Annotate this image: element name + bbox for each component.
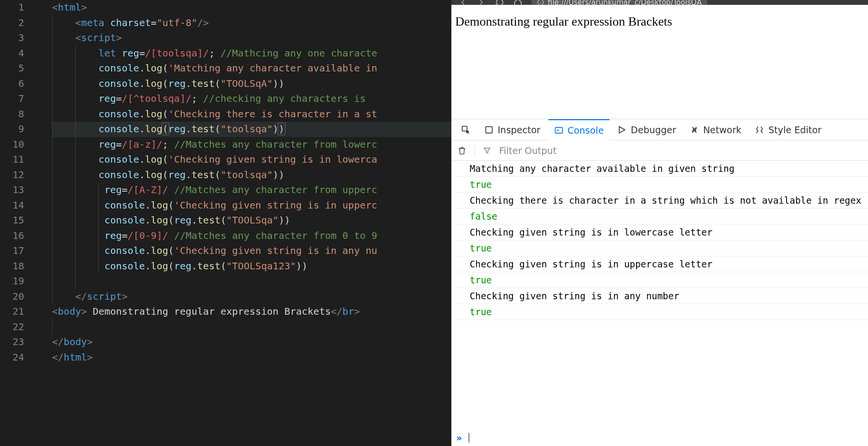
line-number: 20 <box>0 289 24 305</box>
code-line[interactable]: console.log(reg.test("toolsqa")) <box>52 167 451 183</box>
code-area[interactable]: <html> <meta charset="utf-8"/> <script> … <box>52 0 451 365</box>
code-line[interactable]: let reg=/[toolsqa]/; //Mathcing any one … <box>52 46 451 61</box>
svg-rect-2 <box>486 126 492 133</box>
devtools-tabs: Inspector Console Debugger Network Style… <box>451 119 868 140</box>
line-number: 19 <box>0 274 24 289</box>
code-line[interactable] <box>52 274 451 289</box>
pick-element-icon[interactable] <box>455 119 476 140</box>
prompt-symbol: » <box>456 432 462 443</box>
tab-debugger[interactable]: Debugger <box>611 119 682 140</box>
code-line[interactable]: <script> <box>52 30 451 46</box>
console-message: Matching any character available in give… <box>451 161 868 177</box>
code-line[interactable]: console.log('Checking given string is in… <box>52 243 451 259</box>
console-toolbar: Filter Output <box>451 140 868 161</box>
code-line[interactable]: console.log(reg.test("toolsqa")) <box>52 122 451 137</box>
code-line[interactable]: console.log('Checking given string is in… <box>52 152 451 167</box>
console-message: Checking given string is in lowercase le… <box>451 224 868 240</box>
code-line[interactable]: console.log('Matching any character avai… <box>52 61 451 76</box>
line-number: 11 <box>0 152 24 167</box>
console-prompt[interactable]: » <box>451 430 868 446</box>
line-number: 22 <box>0 320 24 335</box>
code-line[interactable]: </body> <box>52 334 451 350</box>
url-bar[interactable]: file:///Users/arunkumar_c/Desktop/ToolsQ… <box>531 0 707 5</box>
code-line[interactable]: reg=/[A-Z]/ //Matches any character from… <box>52 182 451 198</box>
line-number: 21 <box>0 304 24 320</box>
cursor <box>469 433 469 443</box>
tab-label: Console <box>568 125 604 136</box>
code-line[interactable] <box>52 320 451 335</box>
line-number: 17 <box>0 243 24 259</box>
filter-icon[interactable] <box>483 146 491 155</box>
url-text: file:///Users/arunkumar_c/Desktop/ToolsQ… <box>548 0 702 5</box>
line-number: 18 <box>0 259 24 274</box>
code-line[interactable]: console.log(reg.test("TOOLSqA")) <box>52 76 451 92</box>
inspector-icon <box>484 125 494 135</box>
clear-console-icon[interactable] <box>457 146 467 155</box>
line-number: 7 <box>0 91 24 107</box>
forward-icon[interactable] <box>476 0 486 5</box>
devtools-panel: Inspector Console Debugger Network Style… <box>451 119 868 446</box>
style-editor-icon <box>755 125 764 135</box>
line-number: 9 <box>0 122 24 137</box>
tab-console[interactable]: Console <box>548 119 610 140</box>
console-message: Checking given string is in uppercase le… <box>451 256 868 272</box>
code-line[interactable]: console.log(reg.test("TOOLSqa123")) <box>52 259 451 274</box>
line-number: 12 <box>0 167 24 183</box>
line-number: 23 <box>0 334 24 350</box>
line-number: 1 <box>0 0 24 15</box>
line-number: 13 <box>0 182 24 198</box>
code-line[interactable]: reg=/[a-z]/; //Matches any character fro… <box>52 137 451 153</box>
page-body: Demonstrating regular expression Bracket… <box>451 5 868 119</box>
code-line[interactable]: reg=/[0-9]/ //Matches any character from… <box>52 228 451 244</box>
network-icon <box>690 125 699 135</box>
back-icon[interactable] <box>458 0 468 5</box>
line-number: 10 <box>0 137 24 153</box>
code-line[interactable]: console.log('Checking there is character… <box>52 107 451 122</box>
tab-label: Style Editor <box>768 125 821 135</box>
line-number: 8 <box>0 107 24 122</box>
reload-icon[interactable] <box>495 0 504 5</box>
line-number: 5 <box>0 61 24 76</box>
code-line[interactable]: <meta charset="utf-8"/> <box>52 15 451 31</box>
console-boolean: true <box>451 272 868 288</box>
console-message: Checking given string is in any number <box>451 288 868 304</box>
code-line[interactable]: console.log(reg.test("TOOLSqa")) <box>52 213 451 228</box>
code-line[interactable]: reg=/[^toolsqa]/; //checking any charact… <box>52 91 451 107</box>
console-message: Checking there is character in a string … <box>451 193 868 209</box>
line-number: 16 <box>0 228 24 244</box>
page-heading: Demonstrating regular expression Bracket… <box>455 14 672 28</box>
line-number: 4 <box>0 46 24 61</box>
line-number: 15 <box>0 213 24 228</box>
info-icon <box>537 0 544 5</box>
line-number: 24 <box>0 350 24 365</box>
tab-network[interactable]: Network <box>684 119 747 140</box>
console-icon <box>554 125 564 135</box>
line-number-gutter: 123456789101112131415161718192021222324 <box>0 0 38 365</box>
code-line[interactable]: <body> Demonstrating regular expression … <box>52 304 451 320</box>
code-line[interactable]: </html> <box>52 350 451 365</box>
line-number: 14 <box>0 198 24 213</box>
code-editor[interactable]: 123456789101112131415161718192021222324 … <box>0 0 451 446</box>
debugger-icon <box>617 125 627 135</box>
tab-inspector[interactable]: Inspector <box>478 119 546 140</box>
tab-label: Network <box>703 125 741 135</box>
tab-label: Debugger <box>631 125 676 135</box>
console-output[interactable]: Matching any character available in give… <box>451 161 868 430</box>
console-boolean: false <box>451 209 868 224</box>
console-boolean: true <box>451 177 868 193</box>
browser-toolbar: file:///Users/arunkumar_c/Desktop/ToolsQ… <box>451 0 868 5</box>
tab-label: Inspector <box>498 125 541 135</box>
home-icon[interactable] <box>513 0 523 5</box>
code-line[interactable]: </script> <box>52 289 451 305</box>
separator <box>475 145 475 156</box>
line-number: 6 <box>0 76 24 92</box>
console-boolean: true <box>451 304 868 320</box>
filter-input[interactable]: Filter Output <box>499 145 556 156</box>
code-line[interactable]: <html> <box>52 0 451 15</box>
console-boolean: true <box>451 240 868 256</box>
tab-style-editor[interactable]: Style Editor <box>749 119 827 140</box>
line-number: 3 <box>0 30 24 46</box>
line-number: 2 <box>0 15 24 31</box>
browser-window: file:///Users/arunkumar_c/Desktop/ToolsQ… <box>451 0 868 446</box>
code-line[interactable]: console.log('Checking given string is in… <box>52 198 451 213</box>
